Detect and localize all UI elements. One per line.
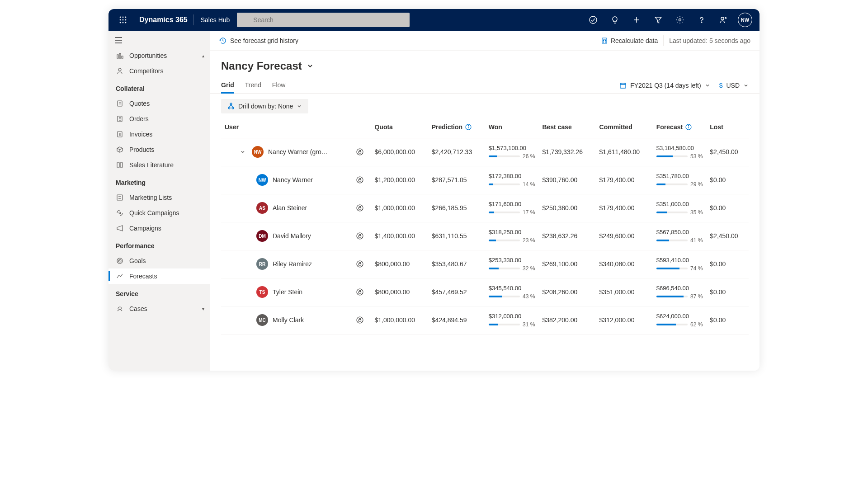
col-prediction[interactable]: Prediction — [428, 119, 485, 138]
app-launcher-button[interactable] — [112, 9, 134, 31]
table-row[interactable]: NWNancy Warner$1,200,000.00$287,571.05$1… — [221, 166, 749, 194]
user-avatar[interactable]: NW — [738, 13, 752, 27]
tabs-row: Grid Trend Flow FY2021 Q3 (14 days left)… — [210, 72, 760, 94]
global-search-input[interactable] — [237, 13, 410, 27]
svg-point-54 — [230, 103, 232, 105]
col-forecast[interactable]: Forecast — [653, 119, 707, 138]
settings-button[interactable] — [669, 9, 691, 31]
calculator-icon — [601, 37, 608, 44]
svg-point-18 — [725, 18, 726, 19]
help-button[interactable] — [691, 9, 712, 31]
tab-flow[interactable]: Flow — [272, 78, 286, 93]
sidebar-label: Products — [129, 146, 154, 153]
user-presence-button[interactable] — [712, 9, 734, 31]
user-name: Nancy Warner — [273, 176, 313, 184]
sidebar-item-opportunities[interactable]: Opportunities ▴ — [108, 48, 210, 63]
svg-rect-76 — [359, 292, 361, 293]
svg-point-71 — [357, 233, 363, 239]
table-row[interactable]: RRRiley Ramirez$800,000.00$353,480.67$25… — [221, 250, 749, 278]
products-icon — [116, 146, 124, 154]
sidebar-item-campaigns[interactable]: Campaigns — [108, 221, 210, 236]
expand-chevron-icon[interactable] — [238, 149, 247, 155]
assistant-button[interactable] — [582, 9, 604, 31]
committed-value: $312,000.00 — [596, 306, 653, 334]
bestcase-value: $208,260.00 — [538, 278, 595, 306]
sidebar-item-competitors[interactable]: Competitors — [108, 63, 210, 79]
user-name: Riley Ramirez — [273, 260, 312, 268]
hierarchy-icon — [227, 103, 235, 110]
info-icon[interactable] — [465, 124, 472, 132]
col-lost[interactable]: Lost — [706, 119, 749, 138]
svg-rect-35 — [117, 163, 119, 167]
forecast-progress-bar — [656, 212, 688, 213]
sidebar-item-forecasts[interactable]: Forecasts — [108, 268, 210, 284]
period-picker[interactable]: FY2021 Q3 (14 days left) — [619, 82, 710, 89]
forecast-percent: 87 % — [690, 293, 703, 300]
lock-icon — [353, 138, 371, 166]
sidebar-section-collateral: Collateral — [108, 79, 210, 96]
drilldown-label: Drill down by: None — [238, 103, 293, 110]
table-row[interactable]: ASAlan Steiner$1,000,000.00$266,185.95$1… — [221, 194, 749, 222]
won-percent: 14 % — [523, 181, 535, 188]
divider — [663, 35, 664, 46]
col-committed[interactable]: Committed — [596, 119, 653, 138]
user-avatar: NW — [256, 174, 268, 186]
table-row[interactable]: TSTyler Stein$800,000.00$457,469.52$345,… — [221, 278, 749, 306]
col-bestcase[interactable]: Best case — [538, 119, 595, 138]
won-value: $172,380.00 — [489, 173, 535, 179]
col-won[interactable]: Won — [485, 119, 539, 138]
col-quota[interactable]: Quota — [371, 119, 428, 138]
table-row[interactable]: MCMolly Clark$1,000,000.00$424,894.59$31… — [221, 306, 749, 334]
currency-picker[interactable]: $ USD — [719, 82, 749, 89]
history-link[interactable]: See forecast grid history — [219, 37, 298, 44]
col-user[interactable]: User — [221, 119, 353, 138]
app-name-label[interactable]: Sales Hub — [193, 16, 237, 24]
tab-trend[interactable]: Trend — [245, 78, 261, 93]
page-title-text: Nancy Forecast — [221, 60, 302, 72]
table-row[interactable]: NWNancy Warner (gro…$6,000,000.00$2,420,… — [221, 138, 749, 166]
won-progress-bar — [489, 296, 520, 297]
lightbulb-button[interactable] — [604, 9, 626, 31]
lost-value: $0.00 — [706, 306, 749, 334]
recalculate-button[interactable]: Recalculate data — [601, 37, 658, 44]
drilldown-button[interactable]: Drill down by: None — [221, 99, 308, 113]
forecast-table: User Quota Prediction Won Best case Comm… — [221, 119, 749, 334]
svg-point-49 — [605, 42, 605, 42]
won-percent: 26 % — [523, 153, 535, 160]
sidebar-item-products[interactable]: Products — [108, 142, 210, 157]
table-row[interactable]: DMDavid Mallory$1,400,000.00$631,110.55$… — [221, 222, 749, 250]
forecast-value: $351,780.00 — [656, 173, 703, 179]
won-value: $345,540.00 — [489, 285, 535, 292]
add-button[interactable] — [626, 9, 647, 31]
competitors-icon — [116, 67, 124, 75]
lost-value: $0.00 — [706, 166, 749, 194]
svg-rect-72 — [359, 235, 361, 237]
won-progress-bar — [489, 324, 520, 325]
filter-button[interactable] — [647, 9, 669, 31]
sidebar-item-invoices[interactable]: $ Invoices — [108, 127, 210, 142]
sidebar-item-sales-literature[interactable]: Sales Literature — [108, 157, 210, 173]
left-sidebar: Opportunities ▴ Competitors Collateral Q… — [108, 31, 210, 371]
svg-rect-50 — [620, 83, 626, 88]
info-icon[interactable] — [685, 124, 692, 132]
sidebar-item-cases[interactable]: Cases ▾ — [108, 301, 210, 316]
prediction-value: $631,110.55 — [428, 222, 485, 250]
tab-grid[interactable]: Grid — [221, 78, 234, 93]
sidebar-item-goals[interactable]: Goals — [108, 253, 210, 268]
sidebar-label: Goals — [129, 257, 146, 264]
sidebar-item-orders[interactable]: Orders — [108, 111, 210, 127]
sidebar-item-marketing-lists[interactable]: Marketing Lists — [108, 190, 210, 205]
user-avatar: MC — [256, 314, 268, 326]
svg-point-73 — [357, 261, 363, 267]
svg-point-0 — [120, 17, 121, 18]
forecast-progress-bar — [656, 184, 688, 185]
sidebar-item-quick-campaigns[interactable]: Quick Campaigns — [108, 205, 210, 221]
won-progress-bar — [489, 240, 520, 241]
sidebar-item-quotes[interactable]: Quotes — [108, 96, 210, 111]
sidebar-label: Forecasts — [129, 273, 157, 280]
hamburger-button[interactable] — [108, 33, 210, 48]
forecast-title-dropdown[interactable]: Nancy Forecast — [221, 60, 749, 72]
forecast-value: $624,000.00 — [656, 313, 703, 320]
bestcase-value: $1,739,332.26 — [538, 138, 595, 166]
brand-label[interactable]: Dynamics 365 — [134, 16, 193, 24]
